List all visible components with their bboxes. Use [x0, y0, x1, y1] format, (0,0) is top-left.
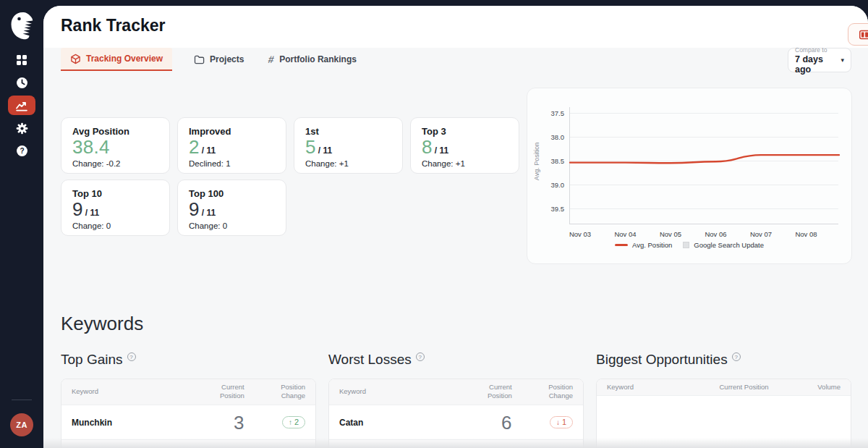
chart-legend: Avg. Position Google Search Update: [527, 241, 851, 249]
help-icon: ?: [16, 145, 28, 157]
stat-total: / 11: [318, 145, 332, 156]
position-change-badge: ↓1: [550, 416, 573, 428]
section-title: Biggest Opportunities: [596, 352, 728, 368]
stat-total: / 11: [202, 208, 216, 218]
legend-label: Avg. Position: [632, 241, 672, 249]
stat-card-1st: 1st 5/ 11 Change: +1: [294, 117, 403, 174]
y-tick-label: 38.5: [540, 157, 564, 165]
arrow-up-icon: ↑: [289, 418, 292, 426]
chevron-down-icon: ▾: [841, 56, 844, 64]
tab-label: Tracking Overview: [86, 54, 163, 64]
help-icon[interactable]: ?: [732, 352, 741, 361]
stat-card-top-100: Top 100 9/ 11 Change: 0: [177, 179, 286, 236]
legend-item-google-search-update[interactable]: Google Search Update: [683, 241, 764, 249]
stat-subtext: Change: -0.2: [72, 159, 158, 168]
clock-icon: [16, 77, 28, 89]
tab-tracking-overview[interactable]: Tracking Overview: [61, 48, 172, 71]
x-tick-label: Nov 04: [607, 230, 644, 238]
user-avatar[interactable]: ZA: [10, 413, 33, 436]
position-cell: 3: [194, 405, 255, 440]
hash-icon: #: [268, 54, 276, 65]
column-header: Volume: [790, 379, 851, 396]
y-tick-label: 38.0: [540, 133, 564, 141]
legend-item-avg-position[interactable]: Avg. Position: [615, 241, 672, 249]
gear-icon: [16, 122, 28, 135]
column-header: Current Position: [194, 379, 255, 405]
table-row[interactable]: Munchkin 3 ↑2: [61, 405, 315, 440]
dashboard-grid-icon: [16, 54, 27, 66]
tab-portfolio-rankings[interactable]: # Portfolio Rankings: [265, 48, 359, 71]
column-header: Keyword: [61, 379, 194, 405]
help-icon[interactable]: ?: [127, 352, 136, 361]
tab-projects[interactable]: Projects: [191, 48, 247, 71]
table-row[interactable]: Catan 6 ↓1: [329, 405, 583, 440]
split-view-button[interactable]: [848, 23, 868, 46]
dinosaur-logo[interactable]: [9, 11, 35, 41]
column-header: Position Change: [255, 379, 315, 405]
top-gains-section: Top Gains ? Keyword Current Position Pos…: [61, 349, 316, 448]
keywords-heading: Keywords: [61, 313, 143, 335]
column-header: Current Position: [698, 379, 789, 396]
stat-subtext: Change: +1: [422, 159, 508, 168]
keyword-cell: Munchkin: [61, 405, 194, 440]
stat-value: 5: [305, 136, 316, 158]
sidebar-item-history[interactable]: [9, 72, 35, 93]
keyword-tables: Top Gains ? Keyword Current Position Pos…: [61, 349, 851, 448]
sidebar-item-dashboard[interactable]: [9, 49, 35, 71]
plot-area: [569, 107, 838, 224]
x-tick-label: Nov 08: [788, 230, 825, 238]
section-title: Top Gains: [61, 352, 123, 368]
stat-value: 9: [72, 198, 83, 220]
stat-title: Top 10: [72, 188, 158, 199]
sidebar-divider: [12, 400, 32, 400]
x-tick-label: Nov 07: [742, 230, 780, 238]
section-title: Worst Losses: [328, 352, 412, 368]
stat-card-top-10: Top 10 9/ 11 Change: 0: [61, 179, 170, 236]
y-tick-label: 39.5: [540, 205, 564, 213]
tab-label: Portfolio Rankings: [279, 54, 357, 64]
stat-value: 8: [422, 136, 433, 158]
sidebar-item-rank-tracker[interactable]: [8, 96, 35, 115]
avg-position-chart-card: 37.5 38.0 38.5 39.0 39.5 Avg. Position N…: [527, 88, 852, 264]
compare-value: 7 days ago: [795, 54, 841, 75]
tab-bar: Tracking Overview Projects # Portfolio R…: [61, 48, 868, 71]
column-header: Current Position: [461, 379, 522, 405]
sidebar-nav: ?: [8, 49, 35, 161]
main-panel: Rank Tracker Tracking: [43, 6, 868, 448]
worst-losses-table: Keyword Current Position Position Change…: [328, 379, 584, 448]
sidebar-item-help[interactable]: ?: [9, 140, 35, 161]
line-chart-icon: [16, 100, 27, 111]
stat-title: Avg Position: [72, 126, 158, 137]
column-header: Keyword: [597, 379, 698, 396]
stat-card-improved: Improved 2/ 11 Declined: 1: [177, 117, 286, 174]
worst-losses-section: Worst Losses ? Keyword Current Position …: [328, 349, 584, 448]
stat-title: Improved: [189, 126, 275, 137]
stat-title: Top 3: [422, 126, 508, 137]
line-swatch-icon: [615, 244, 628, 246]
legend-label: Google Search Update: [694, 241, 764, 249]
svg-text:?: ?: [20, 146, 24, 154]
stat-subtext: Declined: 1: [189, 159, 275, 168]
x-tick-label: Nov 03: [561, 230, 599, 238]
x-tick-label: Nov 05: [652, 230, 689, 238]
line-chart: [570, 107, 839, 224]
stat-total: / 11: [435, 145, 448, 156]
stat-total: / 11: [85, 208, 99, 218]
y-tick-label: 37.5: [540, 109, 564, 117]
column-header: Position Change: [522, 379, 583, 405]
arrow-down-icon: ↓: [556, 418, 560, 426]
stat-value: 2: [189, 136, 200, 158]
stat-value: 9: [189, 198, 200, 220]
column-header: Keyword: [329, 379, 461, 405]
stats-grid: Avg Position 38.4 Change: -0.2 Improved …: [61, 117, 519, 236]
keyword-cell: Catan: [329, 405, 461, 440]
sidebar-item-settings[interactable]: [9, 117, 35, 139]
compare-dropdown[interactable]: Compare to 7 days ago ▾: [788, 48, 851, 72]
app-window: ? ZA Rank Tracker: [0, 0, 868, 448]
help-icon[interactable]: ?: [416, 352, 425, 361]
tab-label: Projects: [210, 54, 244, 64]
stat-subtext: Change: +1: [305, 159, 391, 168]
position-cell: 6: [461, 405, 522, 440]
top-gains-table: Keyword Current Position Position Change…: [61, 379, 316, 448]
y-tick-label: 39.0: [540, 181, 564, 189]
